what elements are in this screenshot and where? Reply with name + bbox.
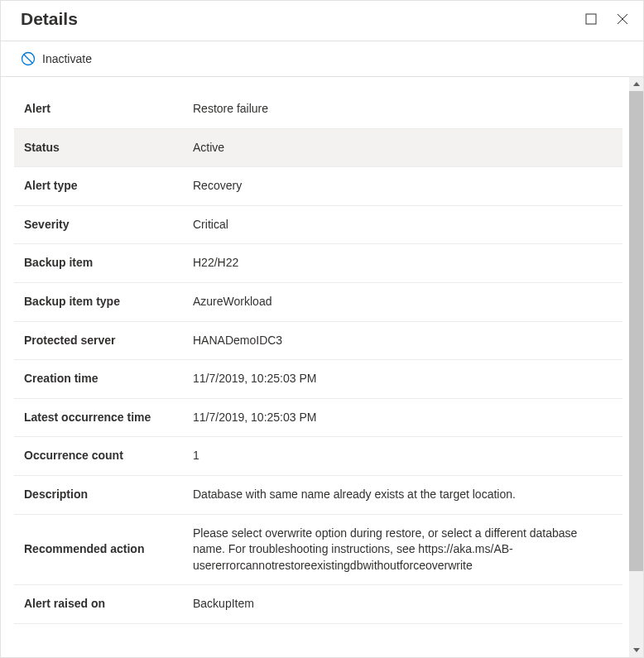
svg-rect-0 bbox=[586, 14, 596, 24]
table-row: Protected serverHANADemoIDC3 bbox=[14, 321, 622, 360]
row-value: 1 bbox=[188, 437, 622, 476]
table-row: Recommended actionPlease select overwrit… bbox=[14, 514, 622, 585]
row-value: Critical bbox=[188, 205, 622, 244]
row-value: BackupItem bbox=[188, 585, 622, 624]
table-row: Alert typeRecovery bbox=[14, 167, 622, 206]
row-value: 11/7/2019, 10:25:03 PM bbox=[188, 360, 622, 399]
row-label: Description bbox=[14, 475, 188, 514]
scrollbar-thumb[interactable] bbox=[629, 91, 643, 571]
close-icon bbox=[616, 12, 629, 26]
row-value: 11/7/2019, 10:25:03 PM bbox=[188, 398, 622, 437]
row-label: Alert raised on bbox=[14, 585, 188, 624]
row-value: Active bbox=[188, 128, 622, 167]
table-row: SeverityCritical bbox=[14, 205, 622, 244]
titlebar: Details bbox=[1, 1, 643, 41]
row-label: Recommended action bbox=[14, 514, 188, 585]
row-label: Status bbox=[14, 128, 188, 167]
maximize-button[interactable] bbox=[584, 12, 598, 26]
table-row: Backup item typeAzureWorkload bbox=[14, 282, 622, 321]
row-label: Occurrence count bbox=[14, 437, 188, 476]
row-value: AzureWorkload bbox=[188, 282, 622, 321]
row-label: Severity bbox=[14, 205, 188, 244]
chevron-down-icon bbox=[633, 648, 640, 652]
toolbar: Inactivate bbox=[1, 41, 643, 77]
inactivate-label: Inactivate bbox=[42, 52, 92, 65]
row-label: Alert type bbox=[14, 167, 188, 206]
table-row: Creation time11/7/2019, 10:25:03 PM bbox=[14, 360, 622, 399]
window-controls bbox=[584, 12, 630, 26]
table-row: Occurrence count1 bbox=[14, 437, 622, 476]
table-row: Alert raised onBackupItem bbox=[14, 585, 622, 624]
row-value: Restore failure bbox=[188, 90, 622, 128]
details-table: AlertRestore failureStatusActiveAlert ty… bbox=[14, 90, 622, 624]
inactivate-icon bbox=[21, 51, 36, 66]
row-value: Recovery bbox=[188, 167, 622, 206]
chevron-up-icon bbox=[633, 82, 640, 86]
maximize-icon bbox=[585, 13, 597, 25]
scroll-up-arrow[interactable] bbox=[629, 77, 643, 91]
row-label: Alert bbox=[14, 90, 188, 128]
row-label: Creation time bbox=[14, 360, 188, 399]
window-title: Details bbox=[21, 9, 584, 29]
svg-line-4 bbox=[24, 55, 33, 64]
table-row: Backup itemH22/H22 bbox=[14, 244, 622, 283]
row-value: Please select overwrite option during re… bbox=[188, 514, 622, 585]
table-row: StatusActive bbox=[14, 128, 622, 167]
row-value: Database with same name already exists a… bbox=[188, 475, 622, 514]
table-row: Latest occurrence time11/7/2019, 10:25:0… bbox=[14, 398, 622, 437]
scroll-down-arrow[interactable] bbox=[629, 643, 643, 657]
row-label: Protected server bbox=[14, 321, 188, 360]
details-window: Details Inactivate bbox=[0, 0, 644, 658]
table-row: AlertRestore failure bbox=[14, 90, 622, 128]
inactivate-button[interactable]: Inactivate bbox=[21, 51, 92, 66]
scrollbar[interactable] bbox=[629, 77, 643, 657]
table-row: DescriptionDatabase with same name alrea… bbox=[14, 475, 622, 514]
close-button[interactable] bbox=[615, 12, 630, 26]
row-label: Backup item type bbox=[14, 282, 188, 321]
row-label: Backup item bbox=[14, 244, 188, 283]
row-value: H22/H22 bbox=[188, 244, 622, 283]
row-label: Latest occurrence time bbox=[14, 398, 188, 437]
content-area: AlertRestore failureStatusActiveAlert ty… bbox=[1, 77, 643, 657]
row-value: HANADemoIDC3 bbox=[188, 321, 622, 360]
